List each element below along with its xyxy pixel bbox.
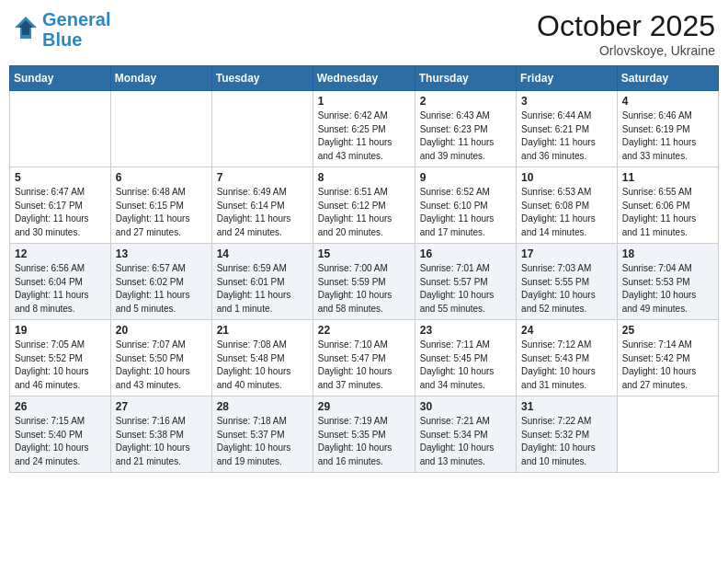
day-number: 12 <box>15 247 106 260</box>
day-number: 14 <box>217 247 308 260</box>
day-number: 20 <box>116 324 207 337</box>
day-number: 13 <box>116 247 207 260</box>
day-header-friday: Friday <box>517 66 618 91</box>
logo: General Blue <box>13 9 110 50</box>
day-number: 29 <box>318 400 410 413</box>
month-title: October 2025 <box>537 9 715 43</box>
calendar-day-3: 3Sunrise: 6:44 AMSunset: 6:21 PMDaylight… <box>517 91 618 167</box>
day-header-sunday: Sunday <box>10 66 111 91</box>
calendar-day-20: 20Sunrise: 7:07 AMSunset: 5:50 PMDayligh… <box>110 320 211 396</box>
day-info: Sunrise: 6:49 AMSunset: 6:14 PMDaylight:… <box>217 186 308 239</box>
day-header-monday: Monday <box>110 66 211 91</box>
day-info: Sunrise: 6:46 AMSunset: 6:19 PMDaylight:… <box>622 109 713 163</box>
day-number: 16 <box>420 247 511 260</box>
day-number: 11 <box>622 171 713 184</box>
calendar-day-15: 15Sunrise: 7:00 AMSunset: 5:59 PMDayligh… <box>313 244 415 320</box>
day-info: Sunrise: 7:00 AMSunset: 5:59 PMDaylight:… <box>318 262 410 316</box>
day-info: Sunrise: 7:11 AMSunset: 5:45 PMDaylight:… <box>420 339 511 392</box>
day-info: Sunrise: 7:15 AMSunset: 5:40 PMDaylight:… <box>15 415 106 468</box>
day-number: 8 <box>318 171 410 184</box>
calendar-day-26: 26Sunrise: 7:15 AMSunset: 5:40 PMDayligh… <box>10 396 111 473</box>
day-number: 28 <box>217 400 308 413</box>
calendar-day-4: 4Sunrise: 6:46 AMSunset: 6:19 PMDaylight… <box>617 91 718 167</box>
day-number: 4 <box>622 95 713 108</box>
calendar-day-28: 28Sunrise: 7:18 AMSunset: 5:37 PMDayligh… <box>211 396 313 473</box>
day-info: Sunrise: 7:12 AMSunset: 5:43 PMDaylight:… <box>521 339 612 392</box>
day-number: 26 <box>15 400 106 413</box>
day-info: Sunrise: 7:10 AMSunset: 5:47 PMDaylight:… <box>318 339 410 392</box>
calendar-day-21: 21Sunrise: 7:08 AMSunset: 5:48 PMDayligh… <box>211 320 313 396</box>
day-info: Sunrise: 7:18 AMSunset: 5:37 PMDaylight:… <box>217 415 308 468</box>
day-number: 2 <box>420 95 511 108</box>
day-info: Sunrise: 7:19 AMSunset: 5:35 PMDaylight:… <box>318 415 410 468</box>
logo-line2: Blue <box>42 29 82 50</box>
calendar-day-7: 7Sunrise: 6:49 AMSunset: 6:14 PMDaylight… <box>211 167 313 244</box>
day-info: Sunrise: 6:47 AMSunset: 6:17 PMDaylight:… <box>15 186 106 239</box>
calendar-day-5: 5Sunrise: 6:47 AMSunset: 6:17 PMDaylight… <box>10 167 111 244</box>
day-number: 22 <box>318 324 410 337</box>
calendar-empty-cell <box>617 396 718 473</box>
day-info: Sunrise: 6:51 AMSunset: 6:12 PMDaylight:… <box>318 186 410 239</box>
calendar-day-9: 9Sunrise: 6:52 AMSunset: 6:10 PMDaylight… <box>415 167 516 244</box>
day-info: Sunrise: 6:42 AMSunset: 6:25 PMDaylight:… <box>318 109 410 163</box>
day-number: 9 <box>420 171 511 184</box>
calendar-day-8: 8Sunrise: 6:51 AMSunset: 6:12 PMDaylight… <box>313 167 415 244</box>
day-info: Sunrise: 6:57 AMSunset: 6:02 PMDaylight:… <box>116 262 207 316</box>
day-number: 18 <box>622 247 713 260</box>
day-info: Sunrise: 6:44 AMSunset: 6:21 PMDaylight:… <box>521 109 612 163</box>
day-info: Sunrise: 6:43 AMSunset: 6:23 PMDaylight:… <box>420 109 511 163</box>
day-info: Sunrise: 7:05 AMSunset: 5:52 PMDaylight:… <box>15 339 106 392</box>
calendar-week-row: 19Sunrise: 7:05 AMSunset: 5:52 PMDayligh… <box>10 320 719 396</box>
title-area: October 2025 Orlovskoye, Ukraine <box>537 9 715 58</box>
calendar-day-19: 19Sunrise: 7:05 AMSunset: 5:52 PMDayligh… <box>10 320 111 396</box>
day-info: Sunrise: 7:01 AMSunset: 5:57 PMDaylight:… <box>420 262 511 316</box>
logo-icon <box>13 15 39 40</box>
day-number: 7 <box>217 171 308 184</box>
day-number: 1 <box>318 95 410 108</box>
calendar-day-13: 13Sunrise: 6:57 AMSunset: 6:02 PMDayligh… <box>110 244 211 320</box>
day-number: 27 <box>116 400 207 413</box>
day-info: Sunrise: 7:04 AMSunset: 5:53 PMDaylight:… <box>622 262 713 316</box>
logo-line1: General <box>42 9 110 29</box>
day-number: 17 <box>521 247 612 260</box>
day-info: Sunrise: 6:59 AMSunset: 6:01 PMDaylight:… <box>217 262 308 316</box>
day-info: Sunrise: 7:21 AMSunset: 5:34 PMDaylight:… <box>420 415 511 468</box>
day-number: 19 <box>15 324 106 337</box>
calendar-day-22: 22Sunrise: 7:10 AMSunset: 5:47 PMDayligh… <box>313 320 415 396</box>
day-header-wednesday: Wednesday <box>313 66 415 91</box>
day-info: Sunrise: 6:53 AMSunset: 6:08 PMDaylight:… <box>521 186 612 239</box>
day-number: 10 <box>521 171 612 184</box>
calendar-empty-cell <box>110 91 211 167</box>
page-header: General Blue October 2025 Orlovskoye, Uk… <box>9 9 719 58</box>
day-number: 23 <box>420 324 511 337</box>
calendar-day-29: 29Sunrise: 7:19 AMSunset: 5:35 PMDayligh… <box>313 396 415 473</box>
calendar-day-18: 18Sunrise: 7:04 AMSunset: 5:53 PMDayligh… <box>617 244 718 320</box>
calendar-week-row: 5Sunrise: 6:47 AMSunset: 6:17 PMDaylight… <box>10 167 719 244</box>
location: Orlovskoye, Ukraine <box>537 43 715 58</box>
day-number: 15 <box>318 247 410 260</box>
day-header-thursday: Thursday <box>415 66 516 91</box>
day-info: Sunrise: 7:22 AMSunset: 5:32 PMDaylight:… <box>521 415 612 468</box>
calendar-day-17: 17Sunrise: 7:03 AMSunset: 5:55 PMDayligh… <box>517 244 618 320</box>
day-header-tuesday: Tuesday <box>211 66 313 91</box>
day-number: 21 <box>217 324 308 337</box>
day-info: Sunrise: 6:55 AMSunset: 6:06 PMDaylight:… <box>622 186 713 239</box>
calendar-week-row: 1Sunrise: 6:42 AMSunset: 6:25 PMDaylight… <box>10 91 719 167</box>
day-info: Sunrise: 7:07 AMSunset: 5:50 PMDaylight:… <box>116 339 207 392</box>
day-info: Sunrise: 6:56 AMSunset: 6:04 PMDaylight:… <box>15 262 106 316</box>
calendar-day-10: 10Sunrise: 6:53 AMSunset: 6:08 PMDayligh… <box>517 167 618 244</box>
day-info: Sunrise: 7:14 AMSunset: 5:42 PMDaylight:… <box>622 339 713 392</box>
day-number: 5 <box>15 171 106 184</box>
day-info: Sunrise: 6:48 AMSunset: 6:15 PMDaylight:… <box>116 186 207 239</box>
day-info: Sunrise: 7:16 AMSunset: 5:38 PMDaylight:… <box>116 415 207 468</box>
calendar-day-23: 23Sunrise: 7:11 AMSunset: 5:45 PMDayligh… <box>415 320 516 396</box>
day-info: Sunrise: 6:52 AMSunset: 6:10 PMDaylight:… <box>420 186 511 239</box>
calendar-day-16: 16Sunrise: 7:01 AMSunset: 5:57 PMDayligh… <box>415 244 516 320</box>
day-header-saturday: Saturday <box>617 66 718 91</box>
day-number: 25 <box>622 324 713 337</box>
day-number: 31 <box>521 400 612 413</box>
day-number: 3 <box>521 95 612 108</box>
calendar-day-30: 30Sunrise: 7:21 AMSunset: 5:34 PMDayligh… <box>415 396 516 473</box>
calendar-day-11: 11Sunrise: 6:55 AMSunset: 6:06 PMDayligh… <box>617 167 718 244</box>
calendar-empty-cell <box>211 91 313 167</box>
